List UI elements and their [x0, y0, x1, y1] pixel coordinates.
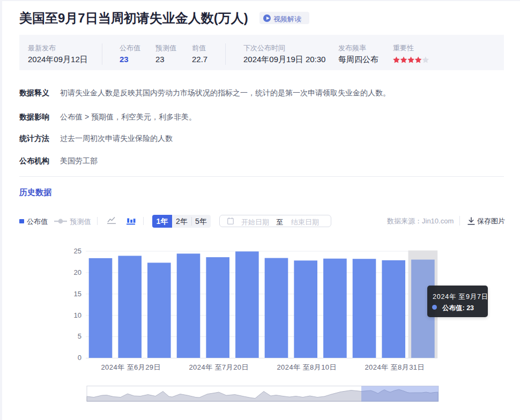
svg-text:5: 5	[78, 332, 81, 340]
svg-text:2024年 至8月31日: 2024年 至8月31日	[365, 363, 425, 371]
svg-text:2024年 至7月20日: 2024年 至7月20日	[189, 363, 249, 371]
svg-text:0: 0	[78, 354, 81, 362]
svg-text:15: 15	[74, 290, 81, 298]
svg-text:10: 10	[74, 311, 81, 319]
svg-text:20: 20	[74, 268, 81, 276]
svg-text:25: 25	[74, 247, 81, 255]
svg-text:2024年 至8月10日: 2024年 至8月10日	[277, 363, 337, 371]
svg-text:2024年 至6月29日: 2024年 至6月29日	[101, 363, 161, 371]
